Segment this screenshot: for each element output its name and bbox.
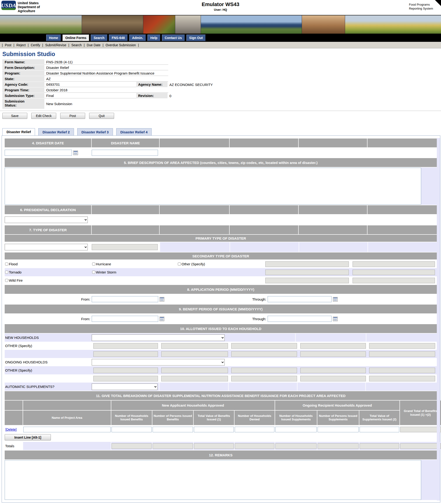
toolbar-certify[interactable]: Certify: [31, 43, 40, 47]
ongoing-households-allotment-select[interactable]: [92, 359, 225, 366]
disaster-name-input[interactable]: [92, 150, 158, 156]
tab-disaster-relief-3[interactable]: Disaster Relief 3: [77, 128, 113, 135]
post-button[interactable]: Post: [60, 113, 85, 119]
ongoing-households-label: ONGOING HOUSEHOLDS: [5, 360, 92, 364]
benefit-from-input[interactable]: [92, 316, 158, 322]
delete-row-link[interactable]: [Delete]: [5, 428, 16, 431]
tab-disaster-relief-4[interactable]: Disaster Relief 4: [116, 128, 152, 135]
calendar-icon[interactable]: [333, 317, 338, 321]
kitchen-photo: [175, 16, 201, 34]
separator: |: [2, 43, 3, 47]
section8-header: 8. APPLICATION PERIOD (MM/DD/YYYY): [5, 285, 437, 294]
main-nav: Home Online Forms Search FNS-648 Admin. …: [0, 34, 441, 42]
family-photo: [302, 16, 345, 34]
automatic-supplements-select[interactable]: [92, 384, 158, 390]
col-header-hh-denied: Number of Households Denied: [235, 411, 275, 425]
edit-check-button[interactable]: Edit Check: [31, 113, 56, 119]
separator: |: [42, 43, 43, 47]
insert-line-button[interactable]: Insert Line [Alt-1]: [5, 434, 51, 440]
header-cell-empty: [230, 205, 299, 214]
calendar-icon[interactable]: [160, 297, 164, 302]
project-area-name-input[interactable]: [23, 427, 110, 432]
empty-cell: [367, 148, 437, 158]
hh-denied-input[interactable]: [235, 427, 274, 432]
nav-contact-us[interactable]: Contact Us: [162, 34, 185, 41]
lavender-cell: [160, 242, 230, 252]
save-button[interactable]: Save: [2, 113, 27, 119]
total-hh-issued-supplements: [275, 443, 317, 449]
persons-issued-benefits-input[interactable]: [153, 427, 193, 432]
lavender-filler: [225, 334, 437, 342]
section11-header: 11. GIVE TOTAL BREAKDOWN OF DISASTER SUP…: [5, 391, 437, 400]
new-other-inputs-2: [92, 351, 437, 357]
new-applicant-group-header: New Applicant Households Approved: [111, 401, 275, 410]
nav-fns-648[interactable]: FNS-648: [109, 34, 128, 41]
total-value-supplements-input[interactable]: [360, 427, 399, 432]
wild-fire-checkbox[interactable]: [5, 279, 8, 282]
total-hh-denied: [235, 443, 274, 449]
hh-issued-benefits-input[interactable]: [111, 427, 152, 432]
info-row-program: Program: Disaster Supplemental Nutrition…: [2, 70, 436, 76]
secondary-other-input-2b: [353, 269, 435, 275]
persons-issued-supplements-input[interactable]: [317, 427, 359, 432]
primary-disaster-type-select[interactable]: [5, 244, 88, 250]
secondary-type-row-2: Tornado Winter Storm: [5, 268, 437, 276]
total-value-benefits-input[interactable]: [194, 427, 234, 432]
calendar-icon[interactable]: [160, 317, 164, 321]
toolbar-post[interactable]: Post: [5, 43, 11, 47]
lavender-filler: [158, 383, 437, 391]
toolbar-overdue-submission[interactable]: Overdue Submission: [106, 43, 136, 47]
new-other-input-7: [161, 351, 228, 357]
nav-search[interactable]: Search: [91, 34, 107, 41]
tab-disaster-relief[interactable]: Disaster Relief: [2, 128, 35, 135]
nav-online-forms[interactable]: Online Forms: [63, 34, 89, 41]
toolbar-reject[interactable]: Reject: [16, 43, 26, 47]
toolbar-due-date[interactable]: Due Date: [87, 43, 101, 47]
total-persons-issued-supplements: [317, 443, 359, 449]
tornado-checkbox[interactable]: [5, 271, 8, 274]
new-households-label: NEW HOUSEHOLDS: [5, 336, 92, 340]
winter-storm-checkbox[interactable]: [92, 271, 95, 274]
application-through-label: Through:: [164, 297, 268, 301]
nav-sign-out[interactable]: Sign Out: [187, 34, 205, 41]
form-name-label: Form Name:: [2, 59, 44, 65]
separator: |: [84, 43, 85, 47]
disaster-date-input[interactable]: [5, 150, 72, 156]
calendar-icon[interactable]: [333, 297, 338, 302]
col-header-persons-issued-benefits: Number of Persons Issued Benefits: [152, 411, 193, 425]
new-other-inputs-1: [92, 343, 437, 349]
nav-admin[interactable]: Admin.: [129, 34, 146, 41]
flood-checkbox[interactable]: [5, 263, 8, 266]
tab-disaster-relief-2[interactable]: Disaster Relief 2: [38, 128, 74, 135]
ongoing-other-input-6: [93, 376, 158, 381]
nav-home[interactable]: Home: [46, 34, 61, 41]
presidential-declaration-select[interactable]: [5, 217, 88, 223]
info-row-form-description: Form Description: Disaster Relief: [2, 65, 436, 70]
toolbar-search[interactable]: Search: [71, 43, 82, 47]
hurricane-checkbox[interactable]: [92, 263, 95, 266]
hh-issued-supplements-input[interactable]: [275, 427, 317, 432]
ongoing-other-inputs-1: [92, 368, 437, 373]
wild-fire-option: Wild Fire: [5, 278, 92, 282]
benefit-through-input[interactable]: [268, 316, 331, 322]
application-through-input[interactable]: [268, 296, 331, 302]
corner-notch-icon: [435, 0, 441, 6]
separator: |: [138, 43, 139, 47]
remarks-textarea[interactable]: [5, 460, 421, 500]
new-households-allotment-select[interactable]: [92, 335, 225, 341]
header-cell-empty: [230, 138, 299, 147]
toolbar-submit-revise[interactable]: Submit/Revise: [45, 43, 66, 47]
quit-button[interactable]: Quit: [89, 113, 114, 119]
secondary-other-input-1b: [353, 261, 435, 267]
application-from-input[interactable]: [92, 296, 158, 302]
automatic-supplements-row: AUTOMATIC SUPPLEMENTS?: [5, 383, 437, 391]
nav-help[interactable]: Help: [147, 34, 160, 41]
header-cell-empty: [299, 225, 367, 234]
program-time-value: October 2018: [44, 87, 168, 93]
other-specify-checkbox[interactable]: [178, 263, 181, 266]
area-description-textarea[interactable]: [5, 168, 421, 205]
winter-storm-label: Winter Storm: [96, 270, 116, 274]
col-header-hh-issued-benefits: Number of Households Issued Benefits: [111, 411, 152, 425]
calendar-icon[interactable]: [73, 151, 78, 155]
col-header-persons-issued-supplements: Number of Persons Issued Supplements: [317, 411, 359, 425]
